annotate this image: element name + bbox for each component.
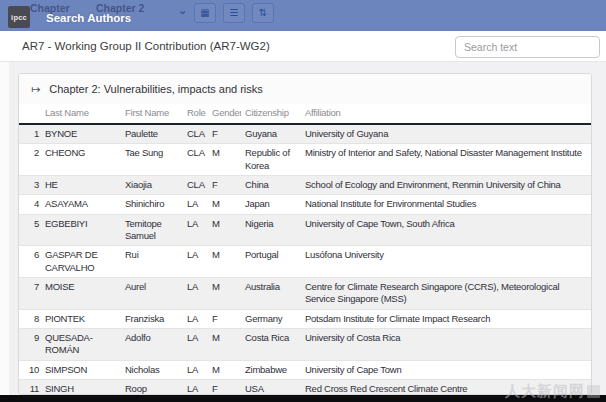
cell-affiliation: National Institute for Environmental Stu… bbox=[301, 195, 591, 214]
table-row[interactable]: 2CHEONGTae SungCLAMRepublic of KoreaMini… bbox=[19, 144, 591, 176]
row-number: 8 bbox=[19, 309, 41, 328]
table-row[interactable]: 11SINGHRoopLAFUSARed Cross Red Crescent … bbox=[19, 380, 591, 395]
table-row[interactable]: 5EGBEBIYITemitope SamuelLAMNigeriaUniver… bbox=[19, 214, 591, 246]
cell-gender: M bbox=[208, 214, 241, 246]
cell-first: Aurel bbox=[121, 278, 183, 310]
cell-gender: M bbox=[208, 329, 241, 361]
col-role[interactable]: Role bbox=[183, 104, 208, 124]
col-first-name[interactable]: First Name bbox=[121, 104, 183, 124]
cell-affiliation: Centre for Climate Research Singapore (C… bbox=[301, 278, 591, 310]
cell-last: ASAYAMA bbox=[41, 195, 121, 214]
grid-icon: ▦ bbox=[200, 8, 209, 18]
report-title: AR7 - Working Group II Contribution (AR7… bbox=[22, 40, 270, 52]
cell-citizenship: Portugal bbox=[241, 246, 301, 278]
table-row[interactable]: 3HEXiaojiaCLAFChinaSchool of Ecology and… bbox=[19, 176, 591, 195]
cell-first: Paulette bbox=[121, 124, 183, 144]
cell-gender: M bbox=[208, 144, 241, 176]
cell-gender: M bbox=[208, 360, 241, 379]
cell-citizenship: Japan bbox=[241, 195, 301, 214]
cell-last: GASPAR DE CARVALHO bbox=[41, 246, 121, 278]
cell-last: SIMPSON bbox=[41, 360, 121, 379]
table-row[interactable]: 7MOISEAurelLAMAustraliaCentre for Climat… bbox=[19, 278, 591, 310]
authors-table-body: 1BYNOEPauletteCLAFGuyanaUniversity of Gu… bbox=[19, 124, 591, 395]
row-number: 2 bbox=[19, 144, 41, 176]
cell-citizenship: USA bbox=[241, 380, 301, 395]
chapter-title: Chapter 2: Vulnerabilities, impacts and … bbox=[49, 83, 263, 95]
cell-first: Tae Sung bbox=[121, 144, 183, 176]
document-header: AR7 - Working Group II Contribution (AR7… bbox=[0, 31, 606, 62]
bottom-border-bar bbox=[0, 395, 606, 402]
cell-citizenship: Costa Rica bbox=[241, 329, 301, 361]
cell-citizenship: Guyana bbox=[241, 124, 301, 144]
cell-gender: F bbox=[208, 176, 241, 195]
row-number: 4 bbox=[19, 195, 41, 214]
ipcc-logo: ipcc bbox=[8, 6, 30, 28]
row-number: 10 bbox=[19, 360, 41, 379]
cell-citizenship: China bbox=[241, 176, 301, 195]
cell-first: Temitope Samuel bbox=[121, 214, 183, 246]
col-citizenship[interactable]: Citizenship bbox=[241, 104, 301, 124]
expand-arrow-icon: ↦ bbox=[31, 83, 40, 96]
table-row[interactable]: 9QUESADA-ROMÁNAdolfoLAMCosta RicaUnivers… bbox=[19, 329, 591, 361]
list-view-button[interactable]: ☰ bbox=[223, 3, 245, 23]
list-icon: ☰ bbox=[230, 8, 239, 18]
chapter-card: ↦ Chapter 2: Vulnerabilities, impacts an… bbox=[18, 73, 592, 395]
cell-first: Roop bbox=[121, 380, 183, 395]
cell-affiliation: University of Guyana bbox=[301, 124, 591, 144]
col-gender[interactable]: Gender bbox=[208, 104, 241, 124]
table-row[interactable]: 6GASPAR DE CARVALHORuiLAMPortugalLusófon… bbox=[19, 246, 591, 278]
cell-role: LA bbox=[183, 278, 208, 310]
cell-role: CLA bbox=[183, 144, 208, 176]
cell-affiliation: School of Ecology and Environment, Renmi… bbox=[301, 176, 591, 195]
cell-role: LA bbox=[183, 309, 208, 328]
cell-first: Rui bbox=[121, 246, 183, 278]
col-affiliation[interactable]: Affiliation bbox=[301, 104, 591, 124]
row-number: 9 bbox=[19, 329, 41, 361]
col-last-name[interactable]: Last Name bbox=[41, 104, 121, 124]
search-input[interactable] bbox=[455, 36, 600, 58]
cell-first: Nicholas bbox=[121, 360, 183, 379]
cell-affiliation: Potsdam Institute for Climate Impact Res… bbox=[301, 309, 591, 328]
cell-role: LA bbox=[183, 214, 208, 246]
cell-role: LA bbox=[183, 195, 208, 214]
row-number: 3 bbox=[19, 176, 41, 195]
cell-affiliation: Red Cross Red Crescent Climate Centre bbox=[301, 380, 591, 395]
row-number: 7 bbox=[19, 278, 41, 310]
cell-affiliation: Ministry of Interior and Safety, Nationa… bbox=[301, 144, 591, 176]
cell-last: SINGH bbox=[41, 380, 121, 395]
cell-last: CHEONG bbox=[41, 144, 121, 176]
cell-gender: F bbox=[208, 124, 241, 144]
row-number: 1 bbox=[19, 124, 41, 144]
cell-role: CLA bbox=[183, 176, 208, 195]
cell-last: HE bbox=[41, 176, 121, 195]
cell-first: Adolfo bbox=[121, 329, 183, 361]
row-number: 5 bbox=[19, 214, 41, 246]
cell-first: Xiaojia bbox=[121, 176, 183, 195]
row-number: 11 bbox=[19, 380, 41, 395]
cell-first: Shinichiro bbox=[121, 195, 183, 214]
cell-role: LA bbox=[183, 329, 208, 361]
table-row[interactable]: 4ASAYAMAShinichiroLAMJapanNational Insti… bbox=[19, 195, 591, 214]
col-row-number bbox=[19, 104, 41, 124]
page-title: Search Authors bbox=[46, 12, 131, 24]
cell-last: EGBEBIYI bbox=[41, 214, 121, 246]
table-row[interactable]: 8PIONTEKFranziskaLAFGermanyPotsdam Insti… bbox=[19, 309, 591, 328]
cell-citizenship: Republic of Korea bbox=[241, 144, 301, 176]
cell-citizenship: Zimbabwe bbox=[241, 360, 301, 379]
cell-citizenship: Germany bbox=[241, 309, 301, 328]
table-row[interactable]: 10SIMPSONNicholasLAMZimbabweUniversity o… bbox=[19, 360, 591, 379]
content-area: ↦ Chapter 2: Vulnerabilities, impacts an… bbox=[0, 62, 606, 395]
cell-affiliation: University of Cape Town, South Africa bbox=[301, 214, 591, 246]
cell-last: BYNOE bbox=[41, 124, 121, 144]
grid-view-button[interactable]: ▦ bbox=[194, 3, 216, 23]
cell-citizenship: Australia bbox=[241, 278, 301, 310]
cell-first: Franziska bbox=[121, 309, 183, 328]
chapter-section-header[interactable]: ↦ Chapter 2: Vulnerabilities, impacts an… bbox=[19, 74, 591, 104]
cell-affiliation: University of Cape Town bbox=[301, 360, 591, 379]
sort-button[interactable]: ⇅ bbox=[252, 3, 274, 23]
cell-gender: F bbox=[208, 380, 241, 395]
table-row[interactable]: 1BYNOEPauletteCLAFGuyanaUniversity of Gu… bbox=[19, 124, 591, 144]
sort-icon: ⇅ bbox=[259, 8, 267, 18]
cell-role: CLA bbox=[183, 124, 208, 144]
chevron-down-icon[interactable]: ⌄ bbox=[178, 4, 187, 17]
